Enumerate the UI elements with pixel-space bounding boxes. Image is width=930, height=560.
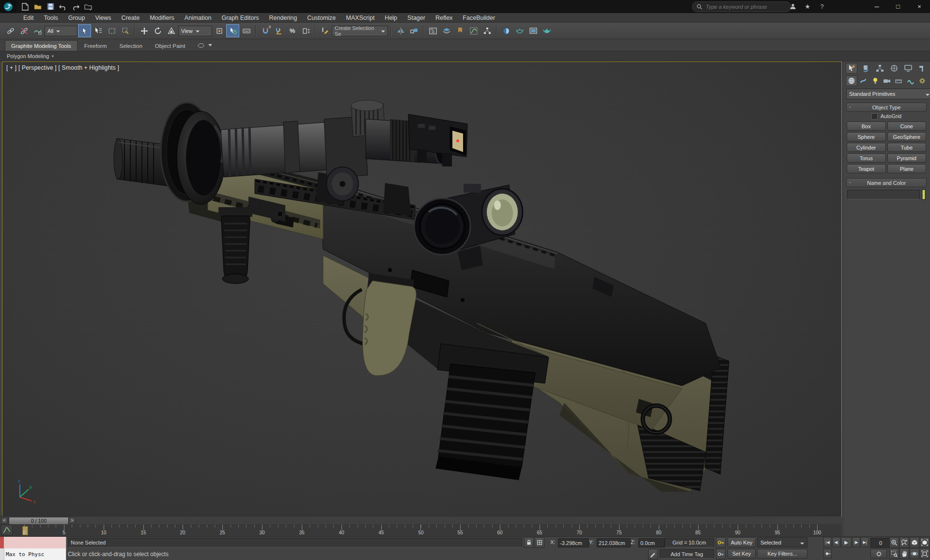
selection-lock-button[interactable]: [524, 537, 534, 548]
selection-filter-dropdown[interactable]: All: [45, 26, 78, 36]
autogrid-checkbox[interactable]: [871, 113, 878, 120]
close-button[interactable]: ×: [909, 0, 930, 13]
menu-rendering[interactable]: Rendering: [269, 15, 297, 21]
open-mini-curve-editor-button[interactable]: [1, 525, 13, 535]
search-input[interactable]: [705, 3, 775, 10]
edit-named-selection-sets-button[interactable]: [318, 24, 331, 37]
ribbon-minimize-button[interactable]: [197, 42, 205, 49]
zoom-region-button[interactable]: [889, 548, 899, 559]
track-bar[interactable]: 0 5 10 15 20 25 30 35 40 45 50 55 60 65 …: [0, 524, 841, 537]
toggle-layer-explorer-button[interactable]: [440, 24, 453, 37]
align-button[interactable]: [407, 24, 420, 37]
key-filters-button[interactable]: Key Filters...: [757, 549, 807, 559]
select-and-scale-button[interactable]: [165, 24, 178, 37]
menu-edit[interactable]: Edit: [23, 15, 34, 21]
save-file-button[interactable]: [45, 1, 56, 12]
spinner-snap-toggle-button[interactable]: [299, 24, 312, 37]
category-geometry[interactable]: [846, 76, 857, 86]
object-color-swatch[interactable]: [922, 189, 926, 200]
go-to-start-button[interactable]: |◀: [823, 537, 832, 547]
zoom-extents-button[interactable]: [910, 537, 919, 548]
schematic-view-button[interactable]: [480, 24, 494, 37]
category-lights[interactable]: [869, 76, 881, 86]
menu-reflex[interactable]: Reflex: [435, 15, 452, 21]
time-configuration-button[interactable]: [870, 549, 887, 559]
rectangular-selection-region-button[interactable]: [105, 24, 118, 37]
keyboard-shortcut-override-button[interactable]: [240, 24, 253, 37]
mirror-button[interactable]: [394, 24, 407, 37]
angle-snap-toggle-button[interactable]: [272, 24, 285, 37]
y-coordinate-input[interactable]: [597, 538, 631, 547]
torus-button[interactable]: Torus: [847, 153, 886, 163]
time-slider-handle[interactable]: 0 / 100: [9, 517, 69, 525]
category-helpers[interactable]: [893, 76, 904, 86]
tab-selection[interactable]: Selection: [113, 41, 148, 51]
zoom-all-button[interactable]: [899, 537, 909, 548]
add-time-tag-field[interactable]: Add Time Tag: [660, 549, 714, 559]
tab-modify[interactable]: [860, 63, 871, 74]
bind-to-space-warp-button[interactable]: [31, 24, 44, 37]
redo-button[interactable]: [70, 1, 81, 12]
window-crossing-toggle-button[interactable]: [119, 24, 132, 37]
menu-graph-editors[interactable]: Graph Editors: [221, 15, 259, 21]
new-scene-button[interactable]: [19, 1, 31, 12]
menu-facebuilder[interactable]: FaceBuilder: [463, 15, 495, 21]
zoom-button[interactable]: [889, 537, 899, 548]
select-and-move-button[interactable]: [138, 24, 151, 37]
plane-button[interactable]: Plane: [887, 164, 927, 173]
auto-key-button[interactable]: Auto Key: [728, 537, 756, 547]
tab-display[interactable]: [902, 63, 914, 74]
global-search-box[interactable]: [692, 1, 791, 12]
sphere-button[interactable]: Sphere: [847, 132, 886, 141]
tab-graphite-modeling-tools[interactable]: Graphite Modeling Tools: [5, 40, 78, 51]
project-folder-button[interactable]: [82, 1, 94, 12]
menu-modifiers[interactable]: Modifiers: [150, 15, 174, 21]
undo-button[interactable]: [57, 1, 69, 12]
cylinder-button[interactable]: Cylinder: [847, 143, 886, 152]
reference-coordinate-dropdown[interactable]: View: [178, 26, 212, 36]
ribbon-collapsed-panel[interactable]: Polygon Modeling ▾: [0, 51, 930, 61]
key-selection-dropdown[interactable]: Selected: [757, 537, 807, 547]
absolute-offset-toggle-button[interactable]: [535, 537, 544, 548]
category-cameras[interactable]: [881, 76, 893, 86]
pan-view-button[interactable]: [899, 548, 909, 559]
orbit-view-button[interactable]: [910, 548, 919, 559]
zoom-extents-all-button[interactable]: [920, 537, 930, 548]
ribbon-options-button[interactable]: [207, 42, 214, 49]
sign-in-button[interactable]: [788, 1, 798, 12]
go-to-end-button[interactable]: ▶|: [861, 537, 869, 547]
tab-freeform[interactable]: Freeform: [78, 41, 113, 51]
minimize-button[interactable]: ─: [866, 0, 887, 13]
open-file-button[interactable]: [32, 1, 44, 12]
previous-frame-nudge-button[interactable]: <: [1, 517, 8, 524]
geosphere-button[interactable]: GeoSphere: [887, 132, 927, 141]
x-coordinate-input[interactable]: [558, 538, 589, 547]
maxscript-mini-listener[interactable]: Max to Physc: [0, 548, 66, 560]
cone-button[interactable]: Cone: [887, 121, 927, 131]
set-keys-toggle-button[interactable]: [716, 537, 726, 548]
select-and-link-button[interactable]: [4, 24, 17, 37]
category-shapes[interactable]: [857, 76, 869, 86]
render-setup-button[interactable]: [513, 24, 526, 37]
snap-toggle-3d-button[interactable]: 3: [259, 24, 272, 37]
unlink-selection-button[interactable]: [17, 24, 31, 37]
curve-editor-button[interactable]: [467, 24, 480, 37]
box-button[interactable]: Box: [847, 121, 886, 131]
favorites-button[interactable]: ★: [802, 1, 813, 12]
menu-group[interactable]: Group: [68, 15, 85, 21]
menu-views[interactable]: Views: [95, 15, 111, 21]
tab-hierarchy[interactable]: [874, 63, 885, 74]
play-animation-button[interactable]: ▶: [841, 537, 852, 547]
menu-help[interactable]: Help: [385, 15, 397, 21]
toggle-scene-explorer-button[interactable]: [426, 24, 439, 37]
tab-object-paint[interactable]: Object Paint: [149, 41, 191, 51]
help-button[interactable]: ?: [817, 1, 827, 12]
z-coordinate-input[interactable]: [638, 538, 665, 547]
perspective-viewport[interactable]: [ + ] [ Perspective ] [ Smooth + Highlig…: [2, 61, 842, 517]
previous-frame-button[interactable]: ◀|: [832, 537, 840, 547]
viewport-label[interactable]: [ + ] [ Perspective ] [ Smooth + Highlig…: [6, 64, 119, 71]
menu-tools[interactable]: Tools: [44, 15, 58, 21]
pyramid-button[interactable]: Pyramid: [887, 153, 927, 163]
set-key-icon-button[interactable]: [716, 549, 726, 560]
key-mode-toggle-button[interactable]: [823, 549, 832, 559]
